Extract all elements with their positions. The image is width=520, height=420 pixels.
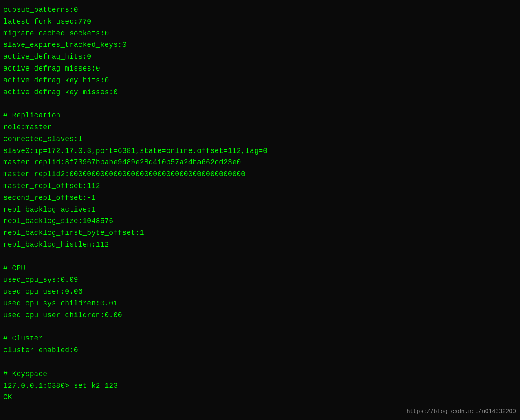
terminal-line: slave0:ip=172.17.0.3,port=6381,state=onl… (3, 145, 517, 157)
terminal-line (3, 98, 517, 110)
terminal-line: # CPU (3, 263, 517, 274)
terminal-line (3, 356, 517, 368)
terminal-line: # Cluster (3, 333, 517, 345)
terminal-line: OK (3, 391, 517, 403)
terminal-line: used_cpu_sys_children:0.01 (3, 298, 517, 309)
terminal-line: connected_slaves:1 (3, 133, 517, 145)
terminal-line: migrate_cached_sockets:0 (3, 28, 517, 40)
terminal-line: active_defrag_key_misses:0 (3, 86, 517, 98)
terminal-line: slave_expires_tracked_keys:0 (3, 39, 517, 51)
terminal-line: used_cpu_sys:0.09 (3, 274, 517, 286)
terminal-line: cluster_enabled:0 (3, 345, 517, 356)
terminal-line: repl_backlog_histlen:112 (3, 239, 517, 251)
terminal-line: active_defrag_misses:0 (3, 63, 517, 75)
terminal-line: 127.0.0.1:6380> set k2 123 (3, 380, 517, 392)
terminal-line: used_cpu_user_children:0.00 (3, 309, 517, 321)
terminal-line: repl_backlog_active:1 (3, 204, 517, 216)
terminal-line: master_replid:8f73967bbabe9489e28d410b57… (3, 157, 517, 168)
terminal-line: second_repl_offset:-1 (3, 192, 517, 204)
watermark: https://blog.csdn.net/u014332200 (406, 407, 516, 416)
terminal-line: latest_fork_usec:770 (3, 16, 517, 28)
terminal-line (3, 251, 517, 263)
terminal-line: # Replication (3, 110, 517, 122)
terminal-line: role:master (3, 122, 517, 133)
terminal-line: master_replid2:0000000000000000000000000… (3, 168, 517, 180)
terminal-line: active_defrag_key_hits:0 (3, 75, 517, 86)
terminal-line: pubsub_patterns:0 (3, 4, 517, 16)
terminal-line: repl_backlog_size:1048576 (3, 215, 517, 227)
terminal-line: active_defrag_hits:0 (3, 51, 517, 63)
terminal-line: repl_backlog_first_byte_offset:1 (3, 227, 517, 239)
terminal-line: # Keyspace (3, 368, 517, 380)
terminal-output: pubsub_patterns:0latest_fork_usec:770mig… (3, 4, 517, 403)
terminal-line: used_cpu_user:0.06 (3, 286, 517, 298)
terminal-line (3, 321, 517, 333)
terminal-line: master_repl_offset:112 (3, 180, 517, 192)
